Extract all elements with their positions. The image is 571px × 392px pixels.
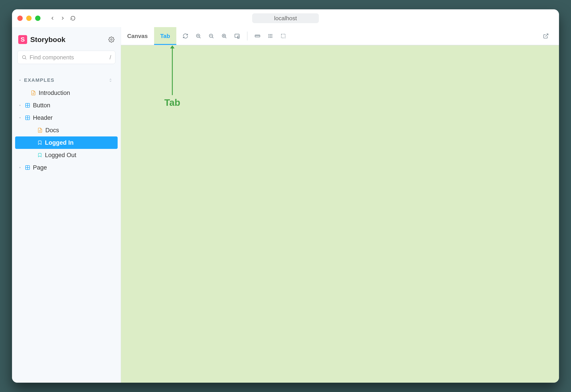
document-icon (37, 127, 43, 133)
tree-item-header[interactable]: Header (15, 112, 118, 124)
tree-item-label: Page (33, 164, 47, 171)
tree-item-label: Logged In (45, 139, 74, 146)
tree-item-button[interactable]: Button (15, 99, 118, 112)
ruler-icon (255, 33, 260, 39)
brand[interactable]: S Storybook (18, 35, 65, 44)
close-window-button[interactable] (17, 15, 23, 21)
external-link-icon (543, 33, 549, 39)
open-in-new-tab-button[interactable] (541, 31, 551, 41)
preview-toolbar: Canvas Tab (121, 27, 559, 45)
chevron-right-icon (18, 104, 22, 107)
bookmark-icon (37, 153, 42, 157)
svg-rect-26 (255, 35, 260, 37)
sidebar: S Storybook Find components / (12, 27, 121, 383)
outline-icon (280, 33, 286, 39)
remount-button[interactable] (180, 31, 191, 41)
bookmark-icon (37, 140, 42, 145)
svg-point-32 (270, 34, 271, 35)
svg-point-33 (271, 34, 272, 35)
svg-line-20 (212, 37, 213, 38)
svg-rect-24 (235, 34, 239, 37)
main-panel: Canvas Tab (121, 27, 559, 383)
tree-item-label: Docs (45, 127, 59, 134)
annotation-label: Tab (164, 97, 180, 108)
back-button[interactable] (49, 15, 56, 21)
collapse-expand-button[interactable] (108, 78, 113, 83)
brand-name: Storybook (30, 36, 65, 44)
chevron-down-icon (18, 78, 22, 82)
section-label: EXAMPLES (24, 77, 55, 83)
annotation-callout: Tab (164, 45, 180, 108)
tree-item-docs[interactable]: Docs (15, 124, 118, 137)
svg-line-16 (199, 37, 200, 38)
explorer-tree: Introduction Button Header (12, 87, 121, 174)
reload-button[interactable] (70, 15, 76, 21)
svg-rect-40 (281, 34, 285, 38)
zoom-reset-icon (221, 33, 227, 39)
svg-line-41 (545, 34, 548, 36)
sync-icon (183, 33, 188, 39)
svg-point-1 (22, 56, 26, 59)
component-icon (25, 165, 30, 170)
component-icon (25, 115, 30, 120)
svg-line-23 (225, 37, 226, 38)
tab-label: Tab (160, 33, 170, 40)
grid-button[interactable] (265, 31, 275, 41)
chevron-right-icon (18, 166, 22, 169)
address-bar[interactable]: localhost (252, 13, 319, 23)
search-input[interactable]: Find components / (17, 51, 115, 64)
tree-item-logged-out[interactable]: Logged Out (15, 149, 118, 161)
storybook-logo-icon: S (18, 35, 27, 44)
tree-item-logged-in[interactable]: Logged In (15, 137, 118, 149)
minimize-window-button[interactable] (26, 15, 32, 21)
tree-item-label: Button (33, 102, 50, 109)
svg-point-39 (271, 37, 272, 38)
tree-item-introduction[interactable]: Introduction (15, 87, 118, 99)
component-icon (25, 103, 30, 108)
zoom-out-icon (208, 33, 214, 39)
chevron-down-icon (18, 116, 22, 120)
outline-button[interactable] (278, 31, 288, 41)
measure-button[interactable] (252, 31, 263, 41)
tree-item-label: Header (33, 114, 53, 121)
svg-point-35 (270, 36, 271, 36)
tree-item-label: Introduction (39, 90, 70, 97)
zoom-out-button[interactable] (206, 31, 216, 41)
search-icon (22, 55, 27, 60)
browser-titlebar: localhost (12, 9, 559, 27)
document-icon (31, 90, 36, 96)
svg-point-34 (269, 36, 269, 36)
svg-point-0 (111, 39, 112, 41)
tree-item-label: Logged Out (45, 152, 76, 159)
tab-label: Canvas (127, 33, 148, 40)
separator (247, 31, 247, 41)
svg-point-31 (269, 34, 269, 35)
svg-point-37 (269, 37, 269, 38)
browser-window: localhost S Storybook Find components (12, 9, 559, 383)
viewport-icon (234, 33, 240, 39)
tab-canvas[interactable]: Canvas (121, 27, 154, 45)
viewport-button[interactable] (232, 31, 242, 41)
forward-button[interactable] (60, 15, 66, 21)
window-controls (17, 15, 41, 21)
grid-icon (268, 33, 273, 39)
search-shortcut: / (110, 54, 111, 61)
settings-button[interactable] (108, 36, 114, 43)
tab-tab[interactable]: Tab (154, 27, 176, 45)
maximize-window-button[interactable] (35, 15, 41, 21)
svg-point-36 (271, 36, 272, 36)
arrow-up-icon (170, 45, 174, 48)
zoom-reset-button[interactable] (219, 31, 229, 41)
search-placeholder: Find components (29, 54, 74, 61)
svg-point-38 (270, 37, 271, 38)
tree-item-page[interactable]: Page (15, 161, 118, 174)
zoom-in-button[interactable] (193, 31, 203, 41)
zoom-in-icon (195, 33, 201, 39)
preview-canvas: Tab (121, 45, 559, 383)
address-text: localhost (274, 15, 297, 22)
